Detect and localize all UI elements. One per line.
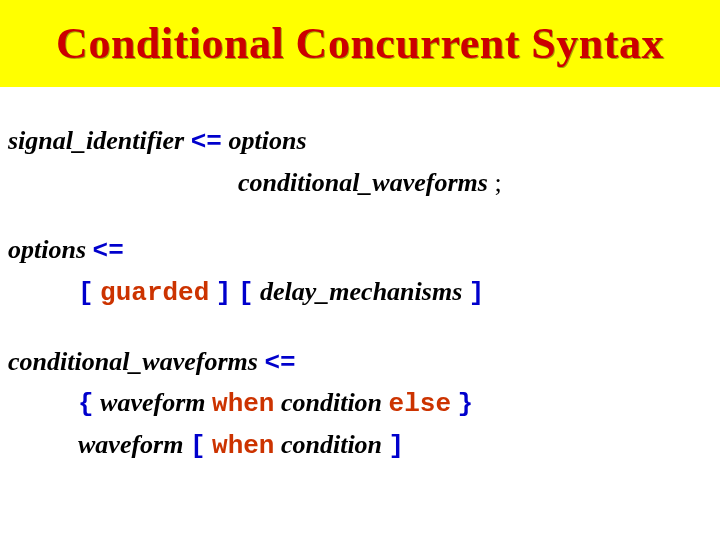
bracket-close: ] (389, 431, 405, 461)
bracket-open: [ (78, 278, 94, 308)
rule-cw-body1: { waveform when condition else } (8, 384, 712, 424)
rule-cw-body2: waveform [ when condition ] (8, 426, 712, 466)
operator-produces: <= (93, 236, 124, 266)
operator-produces: <= (264, 348, 295, 378)
bracket-close: ] (469, 278, 485, 308)
title-bar: Conditional Concurrent Syntax (0, 0, 720, 87)
keyword-when: when (212, 431, 274, 461)
nonterminal: waveform (100, 388, 205, 417)
nonterminal: conditional_waveforms (238, 168, 488, 197)
brace-open: { (78, 389, 94, 419)
nonterminal: waveform (78, 430, 183, 459)
rule-conditional-waveforms: conditional_waveforms <= (8, 343, 712, 383)
brace-close: } (458, 389, 474, 419)
keyword-when: when (212, 389, 274, 419)
rule-options-body: [ guarded ] [ delay_mechanisms ] (8, 273, 712, 313)
operator-produces: <= (191, 127, 222, 157)
nonterminal: conditional_waveforms (8, 347, 258, 376)
nonterminal: delay_mechanisms (260, 277, 462, 306)
rule-options: options <= (8, 231, 712, 271)
bracket-close: ] (216, 278, 232, 308)
keyword-else: else (389, 389, 451, 419)
bracket-open: [ (190, 431, 206, 461)
rule-signal-identifier-cont: conditional_waveforms ; (8, 164, 712, 202)
page-title: Conditional Concurrent Syntax (56, 19, 664, 68)
punct-semicolon: ; (494, 168, 501, 197)
nonterminal: options (8, 235, 86, 264)
rule-signal-identifier: signal_identifier <= options (8, 122, 712, 162)
syntax-content: signal_identifier <= options conditional… (0, 87, 720, 466)
nonterminal: condition (281, 430, 382, 459)
nonterminal: condition (281, 388, 382, 417)
bracket-open: [ (238, 278, 254, 308)
nonterminal: options (228, 126, 306, 155)
keyword-guarded: guarded (100, 278, 209, 308)
nonterminal: signal_identifier (8, 126, 184, 155)
